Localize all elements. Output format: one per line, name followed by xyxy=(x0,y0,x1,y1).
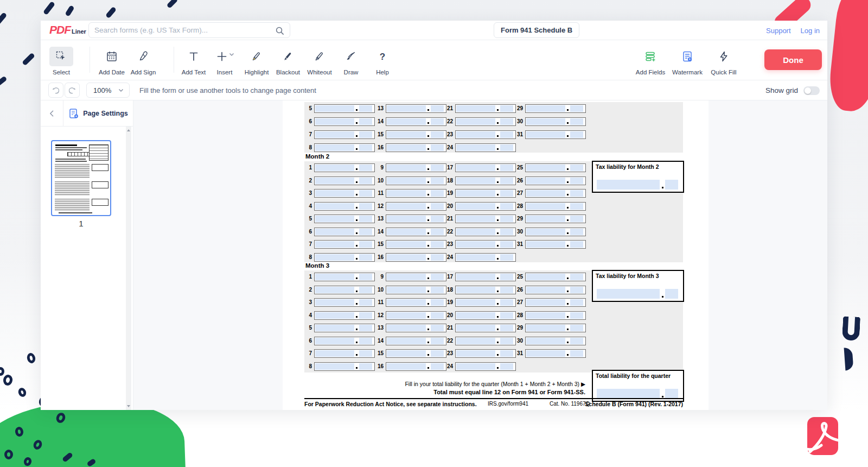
cents-field[interactable] xyxy=(359,203,372,210)
dollars-field[interactable] xyxy=(526,118,565,125)
dollars-field[interactable] xyxy=(387,241,426,248)
dollars-field[interactable] xyxy=(456,299,495,306)
cents-field[interactable] xyxy=(570,241,583,248)
cents-field[interactable] xyxy=(570,165,583,171)
dollars-field[interactable] xyxy=(526,299,565,306)
cents-field[interactable] xyxy=(359,312,372,319)
dollars-field[interactable] xyxy=(456,203,495,210)
pdfliner-logo[interactable]: PDF Liner xyxy=(49,23,86,36)
cents-field[interactable] xyxy=(359,287,372,293)
dollars-field[interactable] xyxy=(456,350,495,357)
dollars-field[interactable] xyxy=(526,338,565,344)
dollars-field[interactable] xyxy=(387,325,426,331)
dollars-field[interactable] xyxy=(387,287,426,293)
cents-field[interactable] xyxy=(359,241,372,248)
dollars-field[interactable] xyxy=(315,338,354,344)
cents-field[interactable] xyxy=(570,105,583,112)
search-box[interactable] xyxy=(88,22,290,38)
cents-field[interactable] xyxy=(570,190,583,197)
cents-field[interactable] xyxy=(570,299,583,306)
dollars-field[interactable] xyxy=(315,274,354,280)
dollars-field[interactable] xyxy=(387,105,426,112)
cents-field[interactable] xyxy=(570,229,583,235)
cents-field[interactable] xyxy=(500,254,513,261)
liability-cents-field[interactable] xyxy=(665,180,678,190)
dollars-field[interactable] xyxy=(526,190,565,197)
undo-button[interactable] xyxy=(48,83,63,98)
login-link[interactable]: Log in xyxy=(801,27,820,35)
zoom-select[interactable]: 100% xyxy=(86,83,130,98)
dollars-field[interactable] xyxy=(526,229,565,235)
dollars-field[interactable] xyxy=(456,254,495,261)
dollars-field[interactable] xyxy=(387,312,426,319)
dollars-field[interactable] xyxy=(387,165,426,171)
tool-add-date[interactable]: Add Date xyxy=(98,47,125,75)
sidebar-scrollbar[interactable] xyxy=(126,127,131,410)
dollars-field[interactable] xyxy=(387,178,426,184)
dollars-field[interactable] xyxy=(315,350,354,357)
dollars-field[interactable] xyxy=(387,144,426,151)
dollars-field[interactable] xyxy=(315,131,354,138)
dollars-field[interactable] xyxy=(456,165,495,171)
cents-field[interactable] xyxy=(359,118,372,125)
dollars-field[interactable] xyxy=(315,241,354,248)
dollars-field[interactable] xyxy=(456,312,495,319)
dollars-field[interactable] xyxy=(387,203,426,210)
dollars-field[interactable] xyxy=(387,363,426,370)
dollars-field[interactable] xyxy=(526,178,565,184)
dollars-field[interactable] xyxy=(315,287,354,293)
dollars-field[interactable] xyxy=(315,325,354,331)
liability-dollars-field[interactable] xyxy=(597,180,660,190)
done-button[interactable]: Done xyxy=(764,49,822,70)
dollars-field[interactable] xyxy=(526,287,565,293)
cents-field[interactable] xyxy=(359,229,372,235)
dollars-field[interactable] xyxy=(387,118,426,125)
dollars-field[interactable] xyxy=(387,299,426,306)
cents-field[interactable] xyxy=(359,274,372,280)
cents-field[interactable] xyxy=(359,216,372,222)
dollars-field[interactable] xyxy=(456,190,495,197)
dollars-field[interactable] xyxy=(315,254,354,261)
show-grid-toggle[interactable] xyxy=(803,86,820,95)
tool-insert[interactable]: Insert xyxy=(211,47,238,75)
cents-field[interactable] xyxy=(570,312,583,319)
tool-highlight[interactable]: Highlight xyxy=(243,47,270,75)
cents-field[interactable] xyxy=(570,178,583,184)
dollars-field[interactable] xyxy=(456,118,495,125)
dollars-field[interactable] xyxy=(526,325,565,331)
cents-field[interactable] xyxy=(570,118,583,125)
cents-field[interactable] xyxy=(359,144,372,151)
cents-field[interactable] xyxy=(570,131,583,138)
cents-field[interactable] xyxy=(359,165,372,171)
dollars-field[interactable] xyxy=(456,325,495,331)
cents-field[interactable] xyxy=(570,203,583,210)
tool-help[interactable]: ? Help xyxy=(369,47,396,75)
liability-dollars-field[interactable] xyxy=(597,389,660,399)
cents-field[interactable] xyxy=(500,363,513,370)
dollars-field[interactable] xyxy=(456,144,495,151)
cents-field[interactable] xyxy=(500,144,513,151)
cents-field[interactable] xyxy=(570,350,583,357)
tool-select[interactable]: Select xyxy=(48,47,75,75)
dollars-field[interactable] xyxy=(526,105,565,112)
cents-field[interactable] xyxy=(359,299,372,306)
support-link[interactable]: Support xyxy=(766,27,791,35)
dollars-field[interactable] xyxy=(315,190,354,197)
dollars-field[interactable] xyxy=(387,131,426,138)
tool-draw[interactable]: Draw xyxy=(337,47,365,75)
dollars-field[interactable] xyxy=(387,350,426,357)
scroll-down-arrow[interactable] xyxy=(127,405,130,407)
dollars-field[interactable] xyxy=(315,178,354,184)
dollars-field[interactable] xyxy=(387,338,426,344)
dollars-field[interactable] xyxy=(315,165,354,171)
dollars-field[interactable] xyxy=(456,274,495,280)
search-input[interactable] xyxy=(89,26,290,34)
cents-field[interactable] xyxy=(359,254,372,261)
scroll-up-arrow[interactable] xyxy=(127,129,130,131)
sidebar-collapse-button[interactable] xyxy=(41,100,63,126)
dollars-field[interactable] xyxy=(315,216,354,222)
dollars-field[interactable] xyxy=(526,241,565,248)
page-thumbnail[interactable] xyxy=(51,140,111,216)
dollars-field[interactable] xyxy=(526,312,565,319)
cents-field[interactable] xyxy=(570,287,583,293)
